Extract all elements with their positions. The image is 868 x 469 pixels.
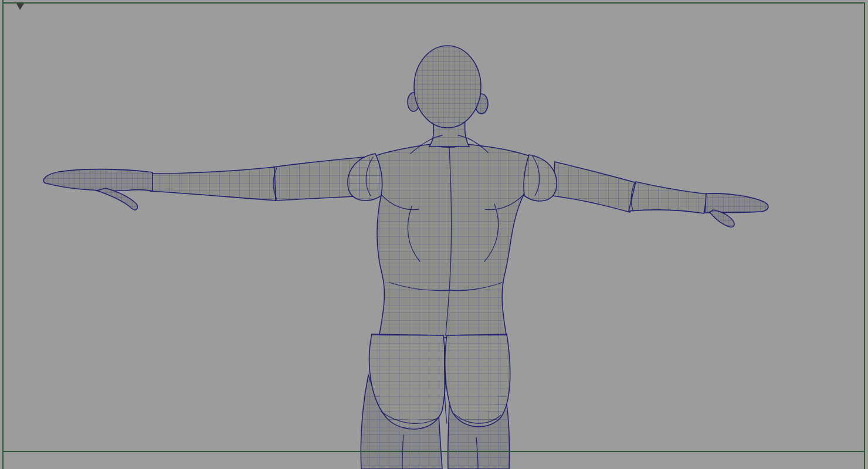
- application-window: [0, 0, 868, 469]
- 3d-viewport[interactable]: [0, 0, 868, 469]
